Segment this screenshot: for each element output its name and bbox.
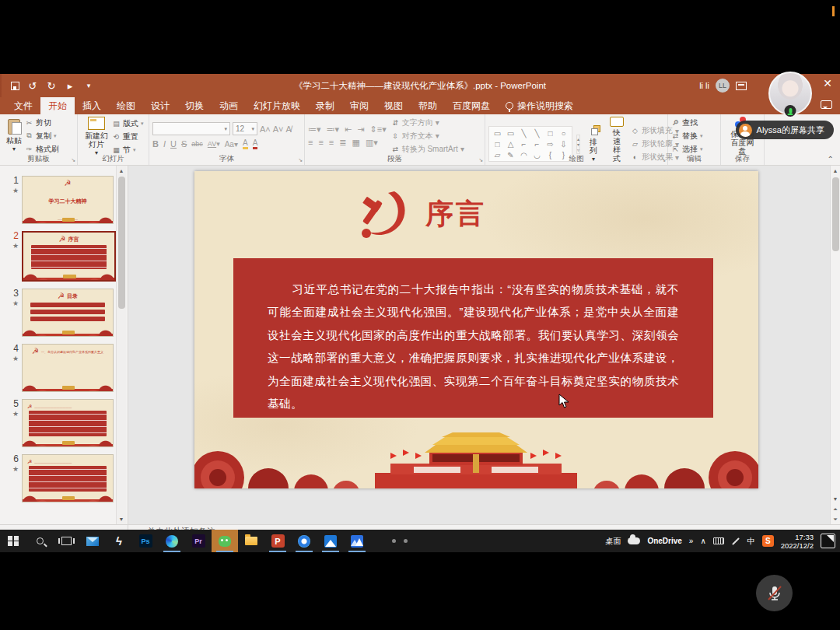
font-color-button[interactable]: A — [253, 138, 258, 149]
editor-scrollbar[interactable]: ▲ ▼ ⏶ ⏷ — [830, 166, 840, 524]
char-spacing-button[interactable]: AV▾ — [208, 140, 220, 148]
collapse-ribbon-icon[interactable]: ⌃ — [828, 155, 834, 163]
slide-thumbnail-3[interactable]: ☭目录 — [22, 289, 114, 337]
previous-slide-icon[interactable]: ⏶ — [831, 504, 840, 514]
chat-bubble-icon[interactable] — [821, 100, 832, 109]
new-slide-button[interactable]: 新建幻灯片▾ — [81, 117, 112, 157]
tab-home[interactable]: 开始 — [40, 97, 75, 114]
mail-app[interactable] — [79, 530, 106, 552]
underline-button[interactable]: U — [170, 139, 177, 149]
slideshow-icon[interactable]: ▸ — [65, 80, 75, 91]
scroll-down-icon[interactable]: ▼ — [831, 494, 840, 504]
layout-button[interactable]: ▤版式 ▾ — [112, 118, 144, 129]
tab-view[interactable]: 视图 — [376, 97, 411, 114]
customize-qat-icon[interactable]: ▾ — [83, 80, 94, 91]
task-view-button[interactable] — [53, 530, 79, 552]
mountain-app[interactable] — [344, 530, 370, 552]
shadow-button[interactable]: S — [181, 139, 187, 149]
tab-review[interactable]: 审阅 — [342, 97, 376, 114]
ribbon-display-options-icon[interactable] — [736, 82, 747, 90]
numbering-icon[interactable]: ≕▾ — [327, 124, 340, 135]
premiere-app[interactable]: Pr — [185, 530, 212, 552]
onedrive-label[interactable]: OneDrive — [647, 537, 681, 545]
change-case-button[interactable]: Aa▾ — [225, 140, 238, 149]
save-icon[interactable] — [11, 82, 19, 90]
tab-draw[interactable]: 绘图 — [109, 97, 143, 114]
next-slide-icon[interactable]: ⏷ — [831, 514, 840, 524]
wechat-app[interactable] — [212, 530, 238, 552]
close-button[interactable]: ✕ — [823, 78, 832, 89]
scroll-down-icon[interactable]: ▼ — [117, 514, 127, 524]
paragraph-dialog-launcher-icon[interactable]: ↘ — [478, 157, 483, 163]
photos-app[interactable] — [317, 530, 344, 552]
slide-thumbnail-2-selected[interactable]: ☭序言 — [22, 231, 116, 282]
start-button[interactable] — [0, 530, 26, 552]
slide-body-box[interactable]: 习近平总书记在党的二十大报告中指出：“没有坚实的物质技术基础，就不可能全面建成社… — [233, 258, 713, 418]
thumbnail-scrollbar[interactable]: ▲ ▼ — [116, 166, 126, 524]
pen-tray-icon[interactable] — [732, 537, 740, 545]
tab-design[interactable]: 设计 — [143, 97, 177, 114]
highlight-color-button[interactable]: A — [243, 138, 248, 149]
scrollbar-thumb[interactable] — [118, 177, 125, 309]
tab-record[interactable]: 录制 — [308, 97, 342, 114]
screen-share-badge[interactable]: Alyssa的屏幕共享 — [736, 121, 834, 139]
align-center-icon[interactable]: ≡ — [318, 138, 323, 147]
bullets-icon[interactable]: ≔▾ — [308, 124, 321, 135]
slide-thumbnail-1[interactable]: ☭ 学习二十大精神 —— —— —— — [22, 176, 114, 224]
show-hidden-icons[interactable]: ∧ — [700, 537, 705, 545]
strikethrough-button[interactable]: abc — [191, 140, 203, 148]
undo-icon[interactable]: ↺ — [27, 80, 38, 91]
find-button[interactable]: 🔎︎查找 — [671, 117, 703, 128]
slide-thumbnail-6[interactable]: ☭———————————— — [22, 454, 114, 502]
format-painter-button[interactable]: ✑格式刷 — [25, 144, 59, 155]
tab-file[interactable]: 文件 — [6, 97, 40, 114]
taskbar-clock[interactable]: 17:33 2022/12/2 — [781, 533, 814, 550]
italic-button[interactable]: I — [163, 139, 166, 149]
select-button[interactable]: ⇱选择 ▾ — [671, 144, 703, 155]
slide-canvas[interactable]: 序言 习近平总书记在党的二十大报告中指出：“没有坚实的物质技术基础，就不可能全面… — [194, 171, 758, 488]
justify-icon[interactable]: ≣ — [339, 138, 346, 148]
user-avatar[interactable]: LL — [716, 79, 730, 93]
sogou-input-icon[interactable]: S — [762, 535, 774, 547]
columns-icon[interactable]: ▥▾ — [366, 138, 378, 148]
touch-keyboard-icon[interactable] — [713, 537, 724, 544]
tab-animations[interactable]: 动画 — [212, 97, 246, 114]
slide-title[interactable]: 序言 — [425, 195, 486, 233]
replace-button[interactable]: ⇄替换 ▾ — [671, 131, 703, 142]
scroll-up-icon[interactable]: ▲ — [117, 166, 127, 176]
redo-icon[interactable]: ↻ — [46, 80, 57, 91]
mute-microphone-button[interactable] — [756, 575, 793, 611]
decrease-indent-icon[interactable]: ⇤ — [345, 124, 352, 135]
reset-button[interactable]: ⟲重置 — [112, 131, 144, 142]
lightning-app[interactable]: ϟ — [106, 530, 132, 552]
shapes-scroll[interactable]: ▴▾▿ — [576, 135, 580, 154]
scrollbar-thumb[interactable] — [832, 177, 839, 251]
tab-baidu-netdisk[interactable]: 百度网盘 — [445, 97, 498, 114]
tab-help[interactable]: 帮助 — [411, 97, 445, 114]
photoshop-app[interactable]: Ps — [132, 530, 159, 552]
align-left-icon[interactable]: ≡ — [308, 138, 313, 147]
drawing-dialog-launcher-icon[interactable]: ↘ — [661, 157, 666, 163]
scroll-up-icon[interactable]: ▲ — [831, 166, 840, 176]
slide-thumbnail-4[interactable]: ☭一、充分认识建设现代化产业体系的重大意义 — [22, 344, 114, 392]
desktop-toolbar-label[interactable]: 桌面 — [605, 536, 621, 547]
copy-button[interactable]: ⧉复制 ▾ — [25, 131, 59, 142]
file-explorer[interactable] — [238, 530, 264, 552]
cut-button[interactable]: ✂剪切 — [25, 117, 59, 128]
line-spacing-icon[interactable]: ⇕≡▾ — [370, 124, 387, 135]
paste-button[interactable]: 粘贴▾ — [3, 117, 25, 155]
taskbar-search[interactable] — [26, 530, 53, 552]
toolbar-overflow[interactable]: » — [689, 537, 694, 545]
powerpoint-app[interactable]: P — [264, 530, 291, 552]
shrink-font-icon[interactable]: A˅ — [273, 124, 284, 134]
tab-transitions[interactable]: 切换 — [177, 97, 212, 114]
tab-insert[interactable]: 插入 — [75, 97, 109, 114]
text-direction-button[interactable]: ⇵文字方向 ▾ — [391, 117, 464, 128]
bold-button[interactable]: B — [152, 139, 159, 149]
ime-indicator[interactable]: 中 — [747, 536, 755, 547]
distribute-icon[interactable]: ▦ — [352, 138, 359, 148]
clipboard-dialog-launcher-icon[interactable]: ↘ — [71, 157, 75, 163]
clear-format-icon[interactable]: A̸ — [286, 124, 292, 134]
font-size-combo[interactable]: 12▾ — [233, 122, 257, 135]
increase-indent-icon[interactable]: ⇥ — [357, 124, 364, 135]
